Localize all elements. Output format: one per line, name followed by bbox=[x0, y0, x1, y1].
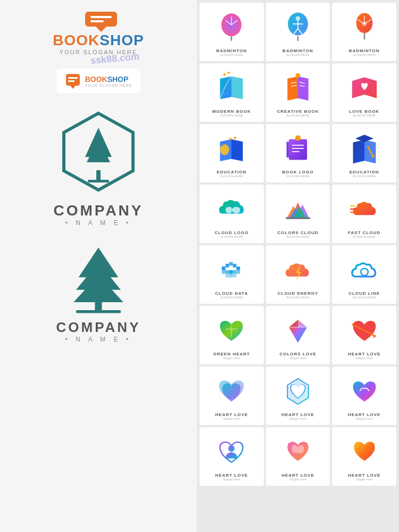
svg-rect-0 bbox=[85, 12, 117, 27]
small-bookshop-text: BOOKSHOP YOUR SLOGAN HERE bbox=[85, 75, 132, 87]
modern-book-slogan: SLOGAN HERE bbox=[220, 114, 243, 117]
logo-card-badminton1: BADMINTON SLOGAN HERE bbox=[200, 3, 264, 61]
company-logo-2: COMPANY • N A M E • bbox=[56, 243, 141, 343]
svg-rect-17 bbox=[76, 310, 121, 313]
svg-rect-9 bbox=[96, 170, 101, 181]
svg-rect-48 bbox=[287, 142, 289, 157]
heart-love-red-name: HEART LOVE bbox=[348, 352, 381, 356]
svg-marker-37 bbox=[227, 72, 231, 74]
logo-card-cloud-line: CLOUD LINE SLOGAN HERE bbox=[332, 245, 396, 304]
bookshop-slogan: YOUR SLOGAN HERE bbox=[53, 49, 144, 55]
love-book-icon bbox=[346, 69, 383, 106]
cloud-energy-name: CLOUD ENERGY bbox=[278, 291, 318, 296]
colors-cloud-name: COLORS CLOUD bbox=[278, 230, 319, 235]
company-dot-name-1: • N A M E • bbox=[53, 219, 143, 227]
logo-card-creative-book: CREATIVE BOOK SLOGAN HERE bbox=[266, 63, 330, 122]
cloud-line-icon bbox=[346, 251, 383, 288]
education2-icon bbox=[346, 130, 383, 167]
badminton3-name: BADMINTON bbox=[349, 48, 380, 53]
logo-card-fast-cloud: FAST CLOUD SLOGAN HERE bbox=[332, 185, 396, 243]
company-dot-name-2: • N A M E • bbox=[56, 336, 141, 343]
svg-text:★: ★ bbox=[233, 135, 237, 140]
logo-card-colors-love: COLORS LOVE Slogan here bbox=[266, 306, 330, 364]
logo-card-green-heart: GREEN HEART Slogan here bbox=[200, 306, 264, 364]
svg-rect-72 bbox=[226, 270, 229, 274]
logo-card-cloud-data: CLOUD DATA SLOGAN HERE bbox=[200, 245, 264, 304]
cloud-line-slogan: SLOGAN HERE bbox=[353, 296, 376, 299]
heart-love-purple-icon bbox=[346, 372, 383, 410]
svg-marker-85 bbox=[298, 320, 307, 327]
badminton3-slogan: SLOGAN HERE bbox=[353, 53, 376, 56]
colors-cloud-slogan: SLOGAN HERE bbox=[286, 235, 309, 238]
heart-love-hands1-name: HEART LOVE bbox=[281, 473, 314, 478]
heart-love-red-slogan: Slogan here bbox=[355, 356, 372, 360]
green-heart-name: GREEN HEART bbox=[213, 352, 250, 356]
svg-rect-76 bbox=[226, 274, 229, 278]
logo-grid: BADMINTON SLOGAN HERE bbox=[200, 3, 396, 486]
svg-rect-70 bbox=[237, 267, 240, 270]
svg-rect-4 bbox=[66, 74, 80, 86]
education1-icon: ★ ★ bbox=[213, 130, 250, 167]
love-book-name: LOVE BOOK bbox=[349, 109, 379, 114]
creative-book-name: CREATIVE BOOK bbox=[277, 109, 319, 114]
logo-card-modern-book: MODERN BOOK SLOGAN HERE bbox=[200, 63, 264, 122]
svg-rect-69 bbox=[233, 264, 237, 268]
green-heart-slogan: Slogan here bbox=[223, 356, 240, 360]
svg-marker-1 bbox=[96, 27, 106, 32]
logo-card-heart-love-hands1: HEART LOVE Slogan here bbox=[266, 427, 330, 486]
creative-book-slogan: SLOGAN HERE bbox=[286, 114, 309, 117]
heart-love-red-icon bbox=[346, 312, 383, 349]
badminton1-slogan: SLOGAN HERE bbox=[220, 53, 243, 56]
svg-rect-54 bbox=[363, 138, 365, 142]
svg-rect-66 bbox=[222, 267, 226, 270]
logo-card-heart-love-hands2: HEART LOVE Slogan here bbox=[332, 427, 396, 486]
svg-point-24 bbox=[296, 16, 301, 21]
svg-rect-47 bbox=[289, 139, 307, 160]
svg-point-42 bbox=[296, 73, 301, 78]
colors-love-slogan: Slogan here bbox=[289, 356, 306, 360]
love-book-slogan: SLOGAN HERE bbox=[353, 114, 376, 117]
svg-rect-12 bbox=[88, 180, 109, 182]
svg-marker-5 bbox=[70, 86, 76, 89]
svg-rect-75 bbox=[237, 270, 240, 274]
cloud-line-name: CLOUD LINE bbox=[348, 291, 380, 296]
svg-point-93 bbox=[228, 445, 235, 452]
badminton2-name: BADMINTON bbox=[282, 48, 313, 53]
svg-rect-62 bbox=[286, 217, 310, 219]
badminton1-name: BADMINTON bbox=[216, 48, 247, 53]
creative-book-icon bbox=[279, 69, 317, 106]
heart-love-person-name: HEART LOVE bbox=[215, 473, 248, 478]
education1-slogan: SLOGAN HERE bbox=[220, 174, 243, 178]
heart-love-hands2-icon bbox=[346, 433, 383, 470]
logo-card-heart-love-red: HEART LOVE Slogan here bbox=[332, 306, 396, 364]
badminton3-icon bbox=[346, 9, 383, 46]
small-bookshop-slogan: YOUR SLOGAN HERE bbox=[85, 84, 132, 87]
logo-card-heart-love-white: HEART LOVE Slogan here bbox=[266, 367, 330, 425]
left-panel: BOOKSHOP YOUR SLOGAN HERE BOOKSHOP YOUR … bbox=[0, 0, 197, 532]
logo-card-love-book: LOVE BOOK SLOGAN HERE bbox=[332, 63, 396, 122]
small-book-icon bbox=[65, 73, 81, 89]
cloud-data-icon bbox=[213, 251, 250, 288]
cloud-logo-slogan: SLOGAN HERE bbox=[220, 235, 243, 238]
education2-name: EDUCATION bbox=[350, 170, 379, 174]
logo-card-heart-love-blue: HEART LOVE Slogan here bbox=[200, 367, 264, 425]
heart-love-blue-slogan: Slogan here bbox=[223, 417, 240, 420]
colors-love-name: COLORS LOVE bbox=[279, 352, 316, 356]
svg-rect-78 bbox=[233, 274, 237, 278]
heart-love-hands1-icon bbox=[279, 433, 317, 470]
logo-card-heart-love-person: HEART LOVE Slogan here bbox=[200, 427, 264, 486]
svg-rect-16 bbox=[95, 301, 102, 311]
svg-marker-86 bbox=[289, 320, 298, 327]
book-logo-name: BOOK LOGO bbox=[282, 170, 314, 174]
logo-card-cloud-logo: CLOUD LOGO SLOGAN HERE bbox=[200, 185, 264, 243]
bookshop-logo-small: BOOKSHOP YOUR SLOGAN HERE bbox=[56, 69, 141, 93]
badminton1-icon bbox=[213, 9, 250, 46]
logo-card-cloud-energy: CLOUD ENERGY SLOGAN HERE bbox=[266, 245, 330, 304]
modern-book-name: MODERN BOOK bbox=[212, 109, 251, 114]
company-logo-1: COMPANY • N A M E • bbox=[53, 109, 143, 227]
small-bookshop-title: BOOKSHOP bbox=[85, 75, 132, 84]
heart-love-blue-name: HEART LOVE bbox=[215, 412, 248, 417]
badminton2-icon bbox=[279, 9, 317, 46]
logo-card-badminton3: BADMINTON SLOGAN HERE bbox=[332, 3, 396, 61]
colors-cloud-icon bbox=[279, 190, 317, 228]
